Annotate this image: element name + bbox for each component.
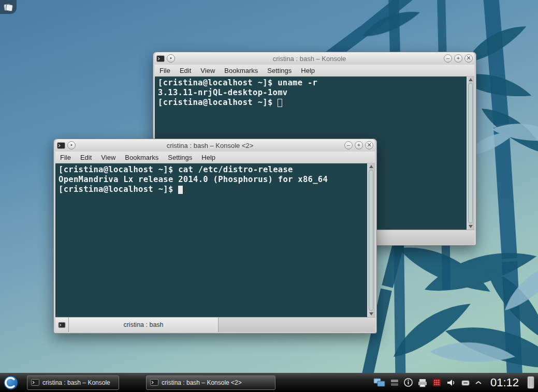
app-launcher-button[interactable] [3, 374, 19, 390]
konsole-icon [31, 379, 39, 386]
terminal-line: [cristina@localhost ~]$ uname -r [158, 78, 463, 88]
taskbar-item-konsole-2[interactable]: cristina : bash – Konsole <2> [146, 375, 275, 390]
device-notifier-icon[interactable] [460, 378, 471, 388]
minimize-button[interactable]: – [344, 141, 353, 149]
menubar: File Edit View Bookmarks Settings Help [155, 65, 474, 77]
menu-view[interactable]: View [196, 67, 220, 74]
terminal-cursor [278, 99, 282, 107]
titlebar[interactable]: • cristina : bash – Konsole – + ✕ [155, 52, 474, 65]
tabbar: cristina : bash [55, 317, 375, 332]
scroll-down-icon[interactable] [469, 225, 473, 228]
menu-bookmarks[interactable]: Bookmarks [120, 154, 163, 161]
scrollbar[interactable] [367, 163, 375, 317]
menu-settings[interactable]: Settings [163, 154, 197, 161]
openmandriva-launcher-icon [3, 375, 19, 390]
minimize-button[interactable]: – [444, 54, 452, 63]
pin-button[interactable]: • [167, 54, 175, 63]
terminal-cursor [178, 186, 183, 194]
displays-icon[interactable] [373, 378, 386, 388]
terminal-prompt-line: [cristina@localhost ~]$ [158, 98, 463, 108]
titlebar[interactable]: • cristina : bash – Konsole <2> – + ✕ [55, 139, 375, 152]
menu-help[interactable]: Help [197, 154, 220, 161]
window-title: cristina : bash – Konsole <2> [78, 142, 342, 149]
konsole-icon [57, 142, 65, 149]
maximize-button[interactable]: + [454, 54, 462, 63]
desktop-wallpaper: OpenMandriva • cristina : bash – Konsole… [0, 0, 538, 392]
pin-button[interactable]: • [67, 141, 76, 149]
terminal-line: [cristina@localhost ~]$ cat /etc/distro-… [59, 165, 363, 175]
scrollbar[interactable] [467, 77, 474, 230]
menu-file[interactable]: File [155, 67, 175, 74]
panel-toolbox-button[interactable] [526, 375, 535, 389]
tab-cristina-bash[interactable]: cristina : bash [69, 318, 219, 332]
task-label: cristina : bash – Konsole <2> [162, 379, 242, 386]
panel-cashew-icon [526, 375, 535, 389]
layers-icon[interactable] [390, 378, 399, 387]
taskbar-panel: cristina : bash – Konsole cristina : bas… [0, 373, 538, 392]
scrollbar-thumb[interactable] [468, 83, 473, 223]
scroll-up-icon[interactable] [369, 165, 373, 168]
close-button[interactable]: ✕ [365, 141, 373, 149]
system-tray [373, 378, 482, 388]
info-icon[interactable] [403, 378, 413, 387]
clock[interactable]: 01:12 [490, 376, 519, 389]
terminal-line: 3.13.11-nrjQL-desktop-1omv [158, 88, 463, 98]
menu-file[interactable]: File [55, 154, 76, 161]
window-title: cristina : bash – Konsole [177, 55, 442, 63]
terminal-line: OpenMandriva Lx release 2014.0 (Phosphor… [59, 175, 363, 185]
taskbar-item-konsole-1[interactable]: cristina : bash – Konsole [27, 375, 119, 390]
task-label: cristina : bash – Konsole [42, 379, 110, 386]
volume-icon[interactable] [446, 378, 456, 388]
printer-icon[interactable] [417, 378, 428, 388]
updates-icon[interactable] [432, 378, 442, 387]
scrollbar-thumb[interactable] [369, 170, 373, 311]
menu-bookmarks[interactable]: Bookmarks [220, 67, 263, 74]
menubar: File Edit View Bookmarks Settings Help [55, 152, 375, 163]
menu-help[interactable]: Help [296, 67, 319, 74]
scroll-down-icon[interactable] [369, 312, 373, 315]
close-button[interactable]: ✕ [464, 54, 473, 63]
menu-edit[interactable]: Edit [175, 67, 196, 74]
terminal-output[interactable]: [cristina@localhost ~]$ cat /etc/distro-… [55, 163, 375, 317]
menu-view[interactable]: View [96, 154, 120, 161]
scroll-up-icon[interactable] [469, 78, 473, 81]
konsole-icon [58, 322, 66, 328]
menu-edit[interactable]: Edit [76, 154, 96, 161]
menu-settings[interactable]: Settings [263, 67, 296, 74]
konsole-icon [156, 55, 165, 63]
konsole-icon [150, 379, 158, 386]
plasma-cashew-icon [3, 2, 14, 12]
tray-expander-icon[interactable] [475, 380, 482, 385]
terminal-prompt-line: [cristina@localhost ~]$ [59, 185, 363, 194]
window-konsole-2: • cristina : bash – Konsole <2> – + ✕ Fi… [53, 139, 377, 334]
desktop-toolbox-button[interactable] [0, 0, 17, 14]
maximize-button[interactable]: + [355, 141, 363, 149]
new-tab-button[interactable] [55, 318, 69, 332]
